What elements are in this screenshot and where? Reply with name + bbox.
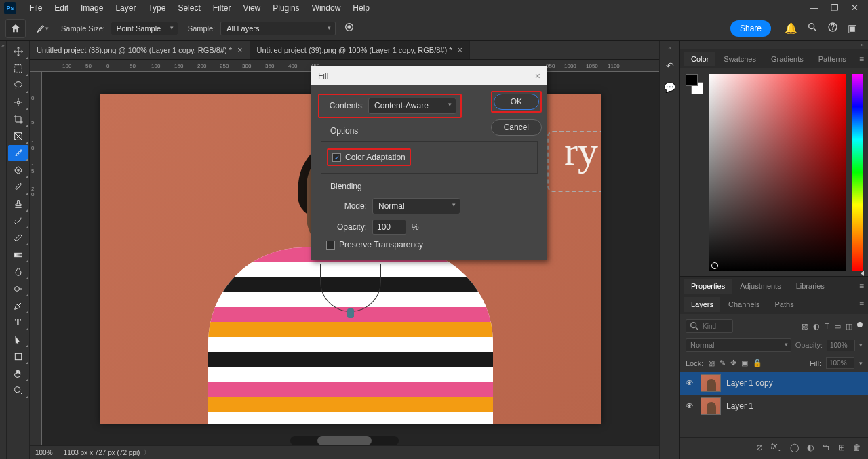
close-tab-icon[interactable]: × — [457, 45, 462, 55]
layer-style-icon[interactable]: fx⌄ — [771, 441, 782, 452]
stamp-tool[interactable] — [8, 196, 28, 212]
horizontal-scrollbar[interactable] — [290, 436, 399, 445]
shape-tool[interactable] — [8, 348, 28, 365]
menu-plugins[interactable]: Plugins — [267, 1, 305, 16]
history-panel-icon[interactable]: ↶ — [663, 59, 677, 73]
gradient-tool[interactable] — [8, 247, 28, 263]
blur-tool[interactable] — [8, 264, 28, 280]
hand-tool[interactable] — [8, 365, 28, 382]
zoom-level[interactable]: 100% — [35, 449, 53, 456]
foreground-color-swatch[interactable] — [686, 74, 698, 86]
layer-mask-icon[interactable]: ◯ — [790, 443, 799, 452]
channels-tab[interactable]: Channels — [722, 297, 766, 312]
color-field[interactable] — [709, 74, 846, 271]
new-layer-icon[interactable]: ⊞ — [838, 443, 845, 452]
menu-view[interactable]: View — [237, 1, 267, 16]
maximize-icon[interactable]: ❐ — [831, 3, 839, 13]
menu-image[interactable]: Image — [75, 1, 109, 16]
document-info[interactable]: 1103 px x 727 px (72 ppi) — [64, 449, 140, 456]
pen-tool[interactable] — [8, 298, 28, 314]
lock-artboard-icon[interactable]: ▣ — [741, 359, 748, 367]
menu-type[interactable]: Type — [142, 1, 172, 16]
document-tab-2[interactable]: Untitled project (39).png @ 100% (Layer … — [250, 41, 471, 59]
filter-pixel-icon[interactable]: ▨ — [802, 322, 808, 331]
close-icon[interactable]: × — [535, 71, 540, 81]
opacity-input[interactable] — [372, 220, 406, 235]
menu-select[interactable]: Select — [172, 1, 206, 16]
mode-dropdown[interactable]: Normal — [372, 198, 460, 214]
layer-opacity-field[interactable]: 100% — [827, 340, 855, 351]
panel-menu-icon[interactable]: ≡ — [859, 54, 864, 64]
menu-layer[interactable]: Layer — [109, 1, 142, 16]
blend-mode-dropdown[interactable]: Normal — [686, 338, 791, 352]
sampling-ring-icon[interactable] — [341, 22, 357, 35]
filter-smart-icon[interactable]: ◫ — [846, 322, 852, 331]
libraries-tab[interactable]: Libraries — [789, 279, 831, 294]
panel-menu-icon[interactable]: ≡ — [859, 281, 864, 291]
gradients-tab[interactable]: Gradients — [764, 52, 810, 66]
notifications-icon[interactable]: 🔔 — [785, 22, 797, 35]
menu-filter[interactable]: Filter — [207, 1, 237, 16]
collapse-handle[interactable]: » — [668, 45, 671, 51]
filter-toggle[interactable] — [857, 322, 863, 327]
lock-all-icon[interactable]: 🔒 — [753, 359, 762, 367]
layer-filter-search[interactable] — [686, 319, 733, 333]
workspace-icon[interactable]: ▣ — [848, 22, 857, 35]
foreground-background-swatches[interactable] — [686, 74, 703, 94]
preserve-transparency-checkbox[interactable] — [326, 241, 335, 250]
tool-preset-picker[interactable]: ▾ — [31, 19, 52, 38]
comments-panel-icon[interactable]: 💬 — [663, 81, 677, 94]
ok-button[interactable]: OK — [494, 94, 539, 110]
eyedropper-tool[interactable] — [8, 145, 28, 161]
link-layers-icon[interactable]: ⊘ — [756, 443, 763, 452]
selection-tool[interactable] — [8, 94, 28, 111]
patterns-tab[interactable]: Patterns — [812, 52, 853, 66]
cancel-button[interactable]: Cancel — [491, 119, 542, 136]
contents-dropdown[interactable]: Content-Aware — [368, 98, 456, 114]
properties-tab[interactable]: Properties — [684, 279, 732, 294]
toolbar-edit-icon[interactable]: ⋯ — [8, 399, 28, 416]
dialog-titlebar[interactable]: Fill × — [311, 66, 547, 85]
visibility-icon[interactable]: 👁 — [684, 401, 695, 411]
adjustment-layer-icon[interactable]: ◐ — [807, 443, 814, 452]
layer-filter-input[interactable] — [703, 323, 730, 330]
lock-position-icon[interactable]: ✥ — [730, 359, 736, 367]
layer-row[interactable]: 👁 Layer 1 copy — [680, 372, 868, 395]
search-icon[interactable] — [807, 22, 818, 35]
group-icon[interactable]: 🗀 — [822, 443, 830, 452]
filter-type-icon[interactable]: T — [825, 322, 829, 331]
help-icon[interactable] — [827, 22, 838, 35]
document-tab-1[interactable]: Untitled project (38).png @ 100% (Layer … — [30, 41, 250, 59]
menu-edit[interactable]: Edit — [48, 1, 75, 16]
close-tab-icon[interactable]: × — [237, 45, 243, 55]
path-tool[interactable] — [8, 332, 28, 348]
layer-name[interactable]: Layer 1 — [726, 401, 753, 411]
layers-tab[interactable]: Layers — [684, 297, 720, 312]
layer-thumbnail[interactable] — [701, 374, 721, 392]
move-tool[interactable] — [8, 43, 28, 60]
sample-size-dropdown[interactable]: Point Sample — [111, 22, 178, 35]
chevron-right-icon[interactable]: 〉 — [144, 448, 150, 457]
close-window-icon[interactable]: ✕ — [851, 3, 859, 13]
layer-fill-field[interactable]: 100% — [826, 357, 854, 369]
lock-transparency-icon[interactable]: ▨ — [708, 359, 715, 367]
hue-slider[interactable] — [852, 74, 863, 271]
filter-shape-icon[interactable]: ▭ — [834, 322, 841, 331]
home-button[interactable] — [5, 19, 26, 38]
zoom-tool[interactable] — [8, 382, 28, 399]
sample-dropdown[interactable]: All Layers — [220, 22, 336, 35]
collapse-handle[interactable]: » — [680, 41, 868, 49]
history-brush-tool[interactable] — [8, 213, 28, 229]
lasso-tool[interactable] — [8, 77, 28, 94]
color-tab[interactable]: Color — [684, 52, 715, 66]
layer-thumbnail[interactable] — [701, 397, 721, 415]
type-tool[interactable]: T — [8, 315, 28, 331]
vertical-ruler[interactable]: 0 5 1 0 1 5 2 0 — [30, 72, 42, 445]
swatches-tab[interactable]: Swatches — [717, 52, 763, 66]
layer-row[interactable]: 👁 Layer 1 — [680, 395, 868, 418]
menu-window[interactable]: Window — [306, 1, 347, 16]
dodge-tool[interactable] — [8, 281, 28, 297]
chevron-down-icon[interactable]: ▾ — [859, 360, 863, 367]
visibility-icon[interactable]: 👁 — [684, 378, 695, 388]
menu-file[interactable]: File — [23, 1, 48, 16]
